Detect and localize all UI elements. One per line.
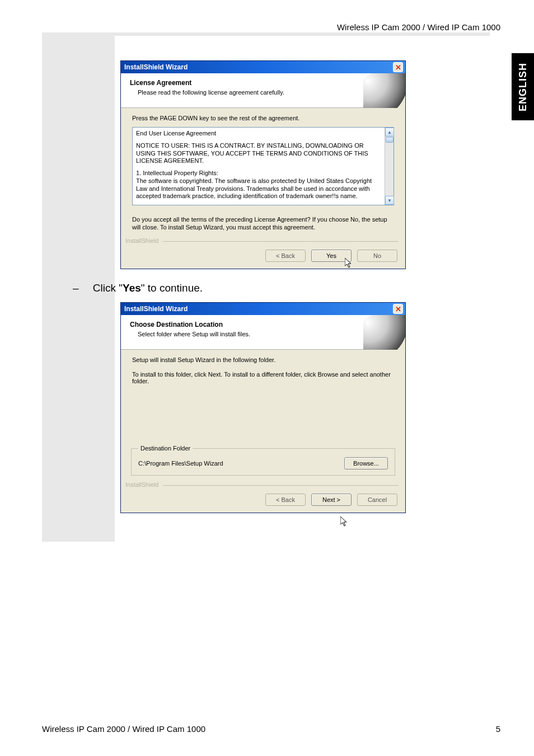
cursor-icon <box>340 516 349 528</box>
dialog-title: InstallShield Wizard <box>124 63 188 71</box>
destination-dialog: InstallShield Wizard ✕ Choose Destinatio… <box>120 302 406 513</box>
close-icon[interactable]: ✕ <box>393 304 403 314</box>
next-button[interactable]: Next > <box>311 494 352 506</box>
scroll-thumb[interactable] <box>386 137 394 143</box>
accept-question: Do you accept all the terms of the prece… <box>121 215 405 232</box>
banner-subtitle: Select folder where Setup will install f… <box>138 331 396 337</box>
page-down-instruction: Press the PAGE DOWN key to see the rest … <box>132 115 394 121</box>
button-row: < Back Next > Cancel <box>121 489 405 513</box>
dialog-banner: Choose Destination Location Select folde… <box>121 315 405 350</box>
destination-folder-group: Destination Folder C:\Program Files\Setu… <box>131 445 395 476</box>
content-area: Setup will install Setup Wizard in the f… <box>121 350 405 445</box>
instruction-line: – Click "Yes" to continue. <box>73 282 203 294</box>
scroll-up-icon[interactable]: ▲ <box>385 128 394 137</box>
eula-line: 1. Intellectual Property Rights: <box>136 170 380 177</box>
close-icon[interactable]: ✕ <box>393 62 403 72</box>
cancel-button[interactable]: Cancel <box>357 494 397 506</box>
back-button[interactable]: < Back <box>265 494 306 506</box>
no-button[interactable]: No <box>357 250 397 262</box>
back-button[interactable]: < Back <box>265 250 306 262</box>
language-tab: ENGLISH <box>512 53 534 120</box>
dialog-banner: License Agreement Please read the follow… <box>121 73 405 108</box>
browse-button[interactable]: Browse... <box>344 457 388 469</box>
titlebar[interactable]: InstallShield Wizard ✕ <box>121 303 405 315</box>
destination-legend: Destination Folder <box>138 445 193 452</box>
button-row: < Back Yes No <box>121 245 405 269</box>
setup-install-text: Setup will install Setup Wizard in the f… <box>132 356 394 363</box>
eula-line: The software is copyrighted. The softwar… <box>136 177 380 200</box>
banner-title: License Agreement <box>130 79 396 87</box>
page-header-product: Wireless IP Cam 2000 / Wired IP Cam 1000 <box>337 22 500 32</box>
instruction-bold: Yes <box>123 282 141 294</box>
banner-graphic <box>363 315 405 350</box>
footer-product: Wireless IP Cam 2000 / Wired IP Cam 1000 <box>42 724 205 734</box>
scroll-down-icon[interactable]: ▼ <box>385 196 394 205</box>
installshield-brand: InstallShield <box>125 237 161 244</box>
eula-textbox[interactable]: End User License Agreement NOTICE TO USE… <box>132 127 394 205</box>
license-dialog: InstallShield Wizard ✕ License Agreement… <box>120 60 406 269</box>
scrollbar[interactable]: ▲ ▼ <box>385 128 394 205</box>
banner-subtitle: Please read the following license agreem… <box>138 89 396 96</box>
eula-line: NOTICE TO USER: THIS IS A CONTRACT. BY I… <box>136 142 380 165</box>
installshield-brand: InstallShield <box>125 481 161 488</box>
instruction-prefix: Click " <box>93 282 123 294</box>
eula-line: End User License Agreement <box>136 130 380 138</box>
destination-path: C:\Program Files\Setup Wizard <box>138 460 223 467</box>
banner-graphic <box>363 73 405 108</box>
content-area: Press the PAGE DOWN key to see the rest … <box>121 108 405 215</box>
install-hint-text: To install to this folder, click Next. T… <box>132 371 394 384</box>
instruction-suffix: " to continue. <box>141 282 203 294</box>
banner-title: Choose Destination Location <box>130 321 396 328</box>
yes-button[interactable]: Yes <box>311 250 352 262</box>
dialog-title: InstallShield Wizard <box>124 305 188 313</box>
page-number: 5 <box>496 724 500 734</box>
bullet-dash: – <box>73 282 79 294</box>
titlebar[interactable]: InstallShield Wizard ✕ <box>121 61 405 73</box>
